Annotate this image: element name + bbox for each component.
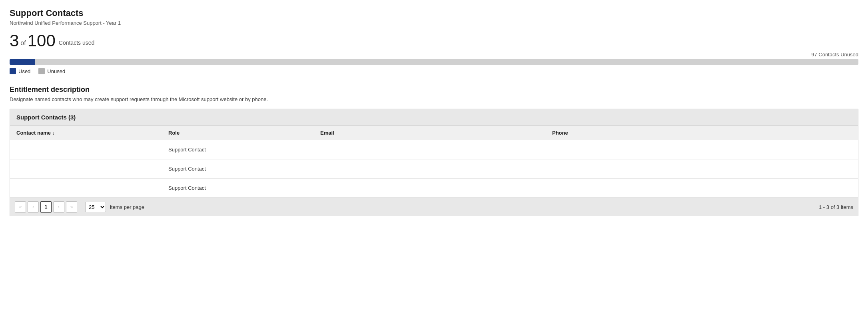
progress-bar-container [10,59,858,65]
cell-role-3: Support Contact [168,185,320,191]
sort-arrow-contact-name: ↓ [52,131,55,135]
col-header-role[interactable]: Role [168,130,320,136]
pagination-first-button[interactable]: « [15,201,26,213]
unused-contacts-label: 97 Contacts Unused [10,52,858,58]
page-subtitle: Northwind Unified Performance Support - … [10,20,858,26]
legend-unused-color [38,68,45,74]
table-header: Support Contacts (3) [10,109,858,126]
pagination-next-button[interactable]: › [53,201,64,213]
legend-unused-label: Unused [47,68,65,74]
legend-used: Used [10,68,30,74]
col-header-role-label: Role [168,130,180,136]
support-contacts-table: Support Contacts (3) Contact name ↓ Role… [10,109,858,216]
per-page-label: items per page [110,204,144,210]
progress-bar-fill [10,59,35,65]
table-row: Support Contact [10,179,858,198]
col-header-contact-name[interactable]: Contact name ↓ [16,130,168,136]
pagination-bar: « ‹ 1 › » 25 50 100 items per page 1 - 3… [10,198,858,216]
legend-used-label: Used [18,68,30,74]
pagination-last-button[interactable]: » [66,201,77,213]
count-label: Contacts used [59,40,95,49]
table-col-headers: Contact name ↓ Role Email Phone [10,126,858,140]
pagination-items-info: 1 - 3 of 3 items [819,204,853,210]
cell-role-1: Support Contact [168,147,320,153]
col-header-email-label: Email [320,130,334,136]
table-row: Support Contact [10,159,858,179]
pagination-page-1-button[interactable]: 1 [40,201,52,213]
count-total: 100 [28,32,56,49]
entitlement-description: Designate named contacts who may create … [10,96,858,102]
col-header-phone[interactable]: Phone [552,130,852,136]
count-of-label: of [20,40,26,49]
col-header-contact-name-label: Contact name [16,130,51,136]
legend: Used Unused [10,68,858,74]
legend-used-color [10,68,16,74]
pagination-prev-button[interactable]: ‹ [28,201,39,213]
table-row: Support Contact [10,140,858,159]
col-header-email[interactable]: Email [320,130,552,136]
page-title: Support Contacts [10,8,858,18]
col-header-phone-label: Phone [552,130,568,136]
per-page-select-container: 25 50 100 items per page [85,202,144,212]
contacts-used-line: 3 of 100 Contacts used [10,32,858,49]
cell-role-2: Support Contact [168,166,320,172]
entitlement-title: Entitlement description [10,85,858,94]
per-page-select[interactable]: 25 50 100 [85,202,106,212]
count-used: 3 [10,32,19,49]
table-header-label: Support Contacts (3) [16,114,76,121]
legend-unused: Unused [38,68,65,74]
